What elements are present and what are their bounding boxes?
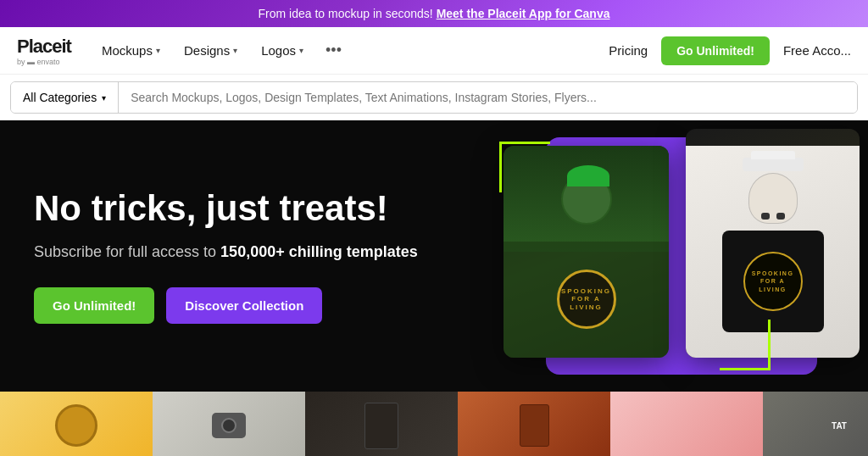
- strip-item-4[interactable]: [458, 392, 610, 456]
- nav-logos[interactable]: Logos ▾: [251, 36, 314, 64]
- hero-subtitle-bold: 150,000+ chilling templates: [220, 243, 418, 260]
- hero-images: SPOOKINGFOR ALIVING: [478, 120, 868, 392]
- pricing-link[interactable]: Pricing: [609, 43, 648, 58]
- person-mockup: SPOOKINGFOR ALIVING: [504, 146, 669, 358]
- skeleton-tshirt: SPOOKINGFOR ALIVING: [722, 231, 824, 332]
- search-input[interactable]: [119, 82, 857, 113]
- snake-logo-left: SPOOKINGFOR ALIVING: [557, 270, 616, 329]
- nav-links: Mockups ▾ Designs ▾ Logos ▾ •••: [92, 35, 609, 66]
- search-bar: All Categories ▾: [10, 81, 858, 114]
- snake-logo-right: SPOOKINGFOR ALIVING: [743, 252, 803, 311]
- hero-section: No tricks, just treats! Subscribe for fu…: [0, 120, 868, 392]
- banner-text: From idea to mockup in seconds!: [259, 7, 433, 20]
- hero-subtitle-plain: Subscribe for full access to: [34, 243, 220, 260]
- designs-label: Designs: [184, 43, 230, 58]
- go-unlimited-nav-button[interactable]: Go Unlimited!: [661, 36, 770, 65]
- skeleton-mockup: SPOOKINGFOR ALIVING: [686, 129, 860, 358]
- category-label: All Categories: [23, 91, 97, 104]
- strip-item-3[interactable]: [305, 392, 458, 456]
- hero-image-skeleton: SPOOKINGFOR ALIVING: [686, 129, 860, 358]
- free-account-link[interactable]: Free Acco...: [783, 43, 851, 58]
- strip-item-1[interactable]: [0, 392, 153, 456]
- nav-designs[interactable]: Designs ▾: [174, 36, 248, 64]
- hero-image-person: SPOOKINGFOR ALIVING: [504, 146, 669, 358]
- hero-buttons: Go Unlimited! Discover Collection: [34, 287, 509, 324]
- bottom-preview-strip: TAT: [0, 392, 868, 456]
- mockups-label: Mockups: [102, 43, 153, 58]
- nav-mockups[interactable]: Mockups ▾: [92, 36, 170, 64]
- hero-title: No tricks, just treats!: [34, 188, 509, 229]
- banner-link[interactable]: Meet the Placeit App for Canva: [437, 7, 610, 20]
- logos-chevron: ▾: [299, 46, 303, 55]
- strip-item-2[interactable]: [153, 392, 305, 456]
- camera-icon: [212, 413, 246, 438]
- more-menu-button[interactable]: •••: [317, 35, 350, 66]
- tshirt-overlay: SPOOKINGFOR ALIVING: [504, 242, 669, 359]
- hero-subtitle: Subscribe for full access to 150,000+ ch…: [34, 241, 509, 264]
- category-dropdown[interactable]: All Categories ▾: [11, 82, 119, 113]
- logo-by: by ▬ envato: [17, 58, 71, 66]
- logo[interactable]: Placeit by ▬ envato: [17, 36, 71, 66]
- hero-content: No tricks, just treats! Subscribe for fu…: [34, 188, 509, 324]
- mockups-chevron: ▾: [156, 46, 160, 55]
- camera-lens: [221, 418, 236, 433]
- hero-discover-button[interactable]: Discover Collection: [166, 287, 322, 324]
- logos-label: Logos: [261, 43, 296, 58]
- hero-go-unlimited-button[interactable]: Go Unlimited!: [34, 287, 154, 324]
- navbar: Placeit by ▬ envato Mockups ▾ Designs ▾ …: [0, 27, 868, 75]
- nav-right: Pricing Go Unlimited! Free Acco...: [609, 36, 851, 65]
- designs-chevron: ▾: [233, 46, 237, 55]
- category-chevron: ▾: [102, 93, 106, 103]
- top-banner: From idea to mockup in seconds! Meet the…: [0, 0, 868, 27]
- logo-text: Placeit: [17, 36, 71, 58]
- strip-item-6[interactable]: TAT: [763, 392, 868, 456]
- strip-item-5[interactable]: [610, 392, 763, 456]
